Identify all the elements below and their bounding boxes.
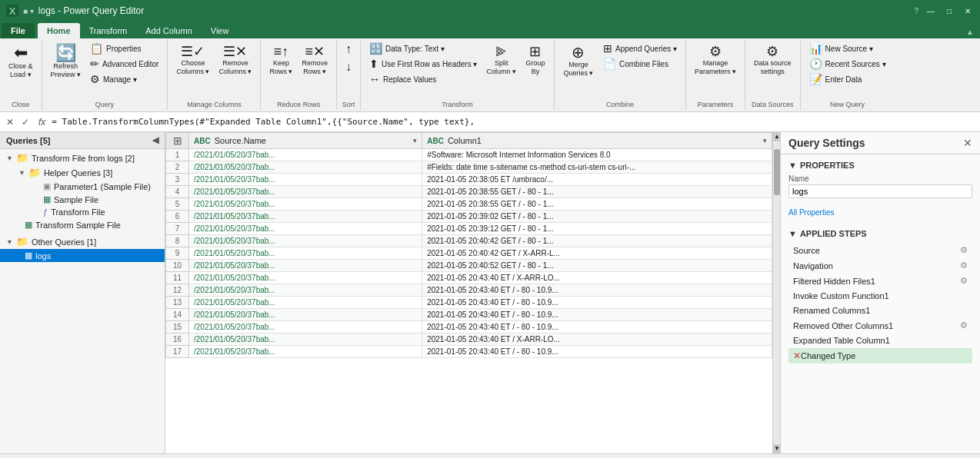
- tab-view[interactable]: View: [202, 23, 238, 38]
- step-item[interactable]: Source⚙: [788, 243, 972, 257]
- formula-cancel-button[interactable]: ✕: [3, 115, 17, 129]
- ribbon: ⬅ Close &Load ▾ Close 🔄 RefreshPreview ▾…: [0, 38, 980, 112]
- choose-columns-button[interactable]: ☰✓ ChooseColumns ▾: [172, 41, 213, 79]
- step-item[interactable]: Expanded Table Column1: [788, 334, 972, 347]
- applied-steps-header[interactable]: ▼ APPLIED STEPS: [788, 229, 972, 238]
- step-gear-icon[interactable]: ⚙: [960, 320, 968, 330]
- close-window-button[interactable]: ✕: [962, 5, 974, 17]
- remove-columns-button[interactable]: ☰✕ RemoveColumns ▾: [215, 41, 255, 79]
- table-row[interactable]: 2 /2021/01/05/20/37bab... #Fields: date …: [166, 161, 772, 174]
- table-row[interactable]: 4 /2021/01/05/20/37bab... 2021-01-05 20:…: [166, 186, 772, 198]
- chevron-other-icon: ▼: [6, 238, 13, 246]
- table-row[interactable]: 17 /2021/01/05/20/37bab... 2021-01-05 20…: [166, 346, 772, 358]
- table-row[interactable]: 11 /2021/01/05/20/37bab... 2021-01-05 20…: [166, 272, 772, 284]
- ribbon-collapse[interactable]: ▲: [960, 28, 980, 38]
- step-item[interactable]: Filtered Hidden Files1⚙: [788, 274, 972, 288]
- query-name-input[interactable]: [788, 184, 972, 198]
- sidebar-collapse-button[interactable]: ◀: [152, 135, 158, 145]
- sidebar-item-parameter1[interactable]: ▣ Parameter1 (Sample File): [12, 180, 165, 193]
- minimize-button[interactable]: —: [925, 5, 937, 17]
- formula-confirm-button[interactable]: ✓: [18, 115, 32, 129]
- refresh-preview-button[interactable]: 🔄 RefreshPreview ▾: [47, 41, 85, 82]
- step-item[interactable]: Navigation⚙: [788, 258, 972, 273]
- table-row[interactable]: 10 /2021/01/05/20/37bab... 2021-01-05 20…: [166, 260, 772, 272]
- sidebar-item-sample-file[interactable]: ▦ Sample File: [12, 193, 165, 206]
- scroll-track[interactable]: [773, 141, 780, 444]
- maximize-button[interactable]: □: [943, 5, 955, 17]
- grid-container[interactable]: ⊞ ABC Source.Name ▾ ABC Column1 ▾: [165, 132, 772, 453]
- use-first-row-button[interactable]: ⬆ Use First Row as Headers ▾: [365, 57, 481, 71]
- step-item[interactable]: ✕ Changed Type: [788, 348, 972, 363]
- new-source-button[interactable]: 📊 New Source ▾: [805, 41, 890, 56]
- query-settings-title: Query Settings: [788, 137, 865, 149]
- sidebar-item-transform-sample-file[interactable]: ▦ Transform Sample File: [0, 218, 165, 231]
- table-row[interactable]: 9 /2021/01/05/20/37bab... 2021-01-05 20:…: [166, 247, 772, 260]
- keep-rows-button[interactable]: ≡↑ KeepRows ▾: [265, 41, 296, 79]
- all-properties-link[interactable]: All Properties: [788, 208, 834, 217]
- scroll-thumb[interactable]: [774, 149, 780, 195]
- sidebar-item-other-queries[interactable]: ▼ 📁 Other Queries [1]: [0, 234, 165, 249]
- vertical-scrollbar[interactable]: ▲ ▼: [772, 132, 780, 453]
- tab-home[interactable]: Home: [38, 23, 80, 38]
- table-row[interactable]: 14 /2021/01/05/20/37bab... 2021-01-05 20…: [166, 309, 772, 321]
- group-by-button[interactable]: ⊞ GroupBy: [522, 41, 549, 79]
- close-load-button[interactable]: ⬅ Close &Load ▾: [5, 41, 37, 82]
- sort-asc-button[interactable]: ↑: [342, 41, 355, 58]
- table-row[interactable]: 12 /2021/01/05/20/37bab... 2021-01-05 20…: [166, 284, 772, 297]
- data-type-button[interactable]: 🔡 Data Type: Text ▾: [365, 41, 481, 56]
- table-row[interactable]: 16 /2021/01/05/20/37bab... 2021-01-05 20…: [166, 334, 772, 346]
- sidebar-item-helper-queries[interactable]: ▼ 📁 Helper Queries [3]: [12, 165, 165, 180]
- sidebar-item-transform-file[interactable]: ▼ 📁 Transform File from logs [2]: [0, 151, 165, 165]
- step-gear-icon[interactable]: ⚙: [960, 276, 968, 286]
- col-dropdown-col1[interactable]: ▾: [763, 137, 767, 144]
- step-item[interactable]: Renamed Columns1: [788, 304, 972, 317]
- sort-desc-button[interactable]: ↓: [342, 59, 355, 75]
- remove-rows-button[interactable]: ≡✕ RemoveRows ▾: [298, 41, 332, 79]
- advanced-editor-button[interactable]: ✏ Advanced Editor: [86, 57, 162, 71]
- merge-queries-button[interactable]: ⊕ MergeQueries ▾: [559, 41, 598, 81]
- replace-values-button[interactable]: ↔ Replace Values: [365, 72, 481, 87]
- combine-label: Combine: [555, 101, 685, 108]
- new-query-label: New Query: [801, 101, 895, 108]
- cell-source-name: /2021/01/05/20/37bab...: [189, 321, 422, 334]
- table-row[interactable]: 5 /2021/01/05/20/37bab... 2021-01-05 20:…: [166, 198, 772, 211]
- col-dropdown-source[interactable]: ▾: [413, 137, 417, 144]
- sidebar-item-logs[interactable]: ▦ logs: [0, 249, 165, 262]
- data-source-settings-button[interactable]: ⚙ Data sourcesettings: [750, 41, 795, 79]
- step-gear-icon[interactable]: ⚙: [960, 245, 968, 255]
- sidebar-item-transform-file-item[interactable]: ƒ Transform File: [12, 206, 165, 218]
- manage-params-button[interactable]: ⚙ ManageParameters ▾: [691, 41, 740, 79]
- properties-button[interactable]: 📋 Properties: [86, 41, 162, 56]
- tab-add-column[interactable]: Add Column: [136, 23, 202, 38]
- col-header-source-name[interactable]: ABC Source.Name ▾: [189, 133, 422, 149]
- formula-input[interactable]: [52, 117, 977, 127]
- step-item[interactable]: Invoke Custom Function1: [788, 289, 972, 303]
- col-header-column1[interactable]: ABC Column1 ▾: [422, 133, 772, 149]
- step-delete-icon[interactable]: ✕: [793, 350, 801, 361]
- table-row[interactable]: 3 /2021/01/05/20/37bab... 2021-01-05 20:…: [166, 174, 772, 186]
- combine-files-button[interactable]: 📄 Combine Files: [599, 57, 681, 71]
- recent-sources-button[interactable]: 🕐 Recent Sources ▾: [805, 57, 890, 71]
- remove-columns-icon: ☰✕: [223, 45, 247, 58]
- queries-title: Queries [5]: [6, 136, 50, 145]
- keep-rows-icon: ≡↑: [274, 45, 289, 58]
- table-row[interactable]: 6 /2021/01/05/20/37bab... 2021-01-05 20:…: [166, 211, 772, 223]
- table-row[interactable]: 1 /2021/01/05/20/37bab... #Software: Mic…: [166, 149, 772, 161]
- step-gear-icon[interactable]: ⚙: [960, 261, 968, 270]
- tab-transform[interactable]: Transform: [80, 23, 137, 38]
- append-queries-button[interactable]: ⊞ Append Queries ▾: [599, 41, 681, 56]
- step-item[interactable]: Removed Other Columns1⚙: [788, 318, 972, 333]
- enter-data-button[interactable]: 📝 Enter Data: [805, 72, 890, 87]
- table-row[interactable]: 8 /2021/01/05/20/37bab... 2021-01-05 20:…: [166, 235, 772, 247]
- query-settings-close-button[interactable]: ✕: [963, 137, 972, 149]
- tab-file[interactable]: File: [2, 23, 35, 38]
- manage-button[interactable]: ⚙ Manage ▾: [86, 72, 162, 87]
- cell-source-name: /2021/01/05/20/37bab...: [189, 284, 422, 297]
- table-row[interactable]: 13 /2021/01/05/20/37bab... 2021-01-05 20…: [166, 297, 772, 309]
- split-column-button[interactable]: ⫸ SplitColumn ▾: [482, 41, 520, 79]
- table-row[interactable]: 7 /2021/01/05/20/37bab... 2021-01-05 20:…: [166, 223, 772, 235]
- table-icon-2: ▦: [25, 220, 32, 230]
- close-group-label: Close: [0, 101, 42, 108]
- table-row[interactable]: 15 /2021/01/05/20/37bab... 2021-01-05 20…: [166, 321, 772, 334]
- properties-section-header[interactable]: ▼ PROPERTIES: [788, 161, 972, 170]
